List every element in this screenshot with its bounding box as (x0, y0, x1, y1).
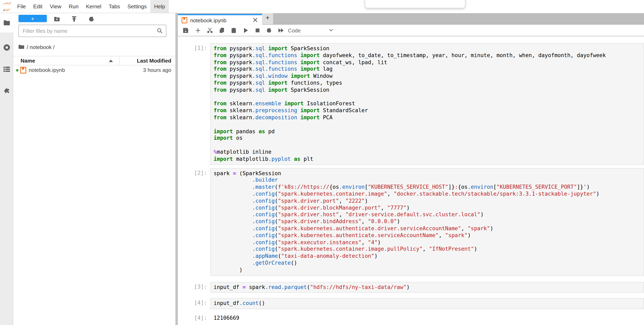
column-name[interactable]: Name (21, 58, 35, 64)
new-tab-button[interactable]: + (262, 12, 273, 24)
sidebar-tab-extensions[interactable] (0, 81, 13, 100)
kernel-running-dot (16, 69, 18, 72)
cell-prompt: [2]: (178, 168, 210, 276)
notebook-file-icon (182, 17, 187, 23)
github-popup: github.com (365, 0, 465, 8)
notebook-content: [1]:from pyspark.sql import SparkSession… (178, 36, 644, 325)
menu-item-kernel[interactable]: Kernel (82, 0, 105, 13)
chevron-down-icon (329, 29, 333, 32)
menu-bar-border (0, 13, 178, 13)
paste-icon (231, 28, 236, 33)
file-browser-panel: + (14, 13, 176, 325)
cell-prompt: [3]: (178, 282, 210, 293)
code-cell: [2]:spark = (SparkSession .builder .mast… (178, 168, 644, 276)
sidebar-tab-running-kernels[interactable] (0, 38, 13, 57)
notebook-file-icon (20, 67, 26, 74)
breadcrumb[interactable]: / notebook / (18, 43, 55, 51)
refresh-icon (88, 16, 94, 22)
cell-input-area[interactable]: input_df = spark.read.parquet("hdfs://hd… (210, 282, 644, 293)
column-divider (119, 56, 120, 65)
run-all-button[interactable] (276, 26, 286, 35)
sidebar-tab-file-browser[interactable] (0, 13, 14, 32)
upload-icon (71, 16, 77, 22)
file-listing: notebook.ipynb3 hours ago (14, 65, 176, 75)
puzzle-icon (3, 87, 10, 94)
stop-circle-icon (3, 44, 10, 51)
menu-item-settings[interactable]: Settings (124, 0, 150, 13)
stop-icon (255, 28, 260, 33)
panel-splitter[interactable] (176, 13, 178, 325)
menu-item-edit[interactable]: Edit (30, 0, 46, 13)
cell-input-area[interactable]: input_df.count() (210, 298, 644, 309)
refresh-button[interactable] (86, 15, 96, 23)
file-name: notebook.ipynb (29, 67, 65, 73)
code-cell: [3]:input_df = spark.read.parquet("hdfs:… (178, 282, 644, 293)
save-icon (183, 28, 188, 33)
run-button[interactable] (241, 26, 251, 35)
menu-items: FileEditViewRunKernelTabsSettingsHelp (14, 0, 169, 13)
tab-label: notebook.ipynb (190, 17, 226, 23)
paste-cells-button[interactable] (229, 26, 239, 35)
cell-type-dropdown[interactable]: Code (288, 26, 333, 35)
new-folder-button[interactable] (52, 15, 61, 23)
copy-icon (219, 28, 224, 33)
menu-item-help[interactable]: Help (150, 0, 169, 13)
code-cell: [1]:from pyspark.sql import SparkSession… (178, 43, 644, 165)
column-last-modified[interactable]: Last Modified (137, 58, 171, 64)
dock-panel: notebook.ipynb + (178, 12, 644, 325)
output-prompt: [4]: (178, 313, 210, 323)
interrupt-button[interactable] (253, 26, 262, 35)
cell-prompt: [1]: (178, 43, 210, 165)
tab-notebook[interactable]: notebook.ipynb (178, 14, 262, 25)
close-icon[interactable] (253, 18, 258, 22)
new-folder-icon (54, 16, 60, 22)
new-launcher-button[interactable]: + (18, 15, 47, 22)
menu-item-tabs[interactable]: Tabs (105, 0, 124, 13)
file-modified: 3 hours ago (143, 67, 171, 73)
cell-input-area[interactable]: from pyspark.sql import SparkSession fro… (210, 43, 644, 165)
restart-icon (266, 28, 272, 33)
search-icon (157, 28, 162, 34)
add-cell-button[interactable] (193, 26, 203, 35)
cut-icon (207, 28, 213, 33)
cell-input-area[interactable]: spark = (SparkSession .builder .master(f… (210, 168, 644, 276)
cell-output: [4]:12106669 (178, 313, 644, 323)
cell-prompt: [4]: (178, 298, 210, 309)
restart-kernel-button[interactable] (264, 26, 274, 35)
upload-button[interactable] (70, 15, 78, 23)
file-row[interactable]: notebook.ipynb3 hours ago (14, 65, 176, 75)
menu-item-file[interactable]: File (14, 0, 30, 13)
list-icon (3, 66, 10, 73)
sidebar-tab-table-of-contents[interactable] (0, 60, 13, 79)
dock-tab-bar: notebook.ipynb + (178, 12, 644, 25)
folder-icon (18, 44, 24, 49)
breadcrumb-path: / notebook / (27, 44, 55, 50)
filter-files-input[interactable] (23, 26, 154, 36)
add-cell-icon (195, 28, 201, 33)
menu-bar: FileEditViewRunKernelTabsSettingsHelp (0, 0, 644, 13)
filter-box (18, 25, 166, 37)
menu-item-run[interactable]: Run (65, 0, 82, 13)
run-all-icon (278, 28, 284, 33)
activity-bar (0, 13, 13, 325)
copy-cells-button[interactable] (217, 26, 227, 35)
jupyter-logo (2, 2, 12, 12)
run-icon (243, 28, 248, 33)
notebook-toolbar: Code (178, 25, 644, 36)
folder-icon (3, 19, 10, 26)
cut-cells-button[interactable] (205, 26, 215, 35)
cell-type-value: Code (288, 27, 301, 34)
code-cell: [4]:input_df.count() (178, 298, 644, 309)
save-button[interactable] (181, 26, 190, 35)
output-text: 12106669 (210, 313, 644, 323)
file-listing-header: Name Last Modified (14, 56, 176, 65)
sort-ascending-icon (109, 60, 113, 62)
menu-item-view[interactable]: View (46, 0, 65, 13)
